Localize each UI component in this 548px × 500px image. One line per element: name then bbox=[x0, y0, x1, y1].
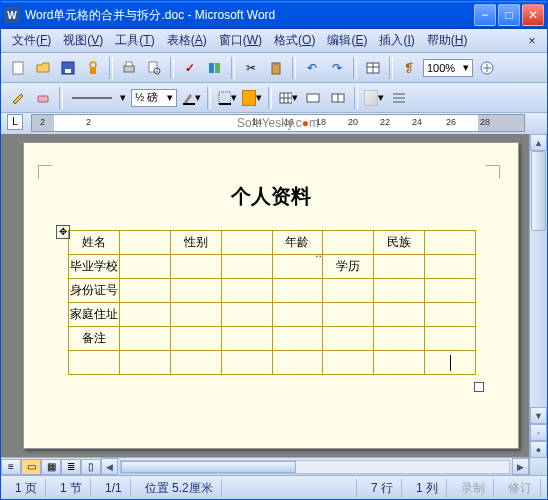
table-cell[interactable] bbox=[170, 303, 221, 327]
table-cell[interactable] bbox=[323, 327, 374, 351]
scroll-down-button[interactable]: ▼ bbox=[530, 407, 547, 424]
browse-select-button[interactable]: ● bbox=[530, 441, 547, 458]
table-cell[interactable] bbox=[69, 351, 120, 375]
table-cell[interactable] bbox=[221, 351, 272, 375]
table-row[interactable]: 备注 bbox=[69, 327, 476, 351]
table-cell[interactable] bbox=[323, 303, 374, 327]
merge-cells-button[interactable] bbox=[302, 87, 324, 109]
table-cell[interactable] bbox=[425, 327, 476, 351]
table-cell[interactable] bbox=[425, 231, 476, 255]
table-row[interactable]: 身份证号 bbox=[69, 279, 476, 303]
paste-button[interactable] bbox=[265, 57, 287, 79]
shading-button[interactable]: ▾ bbox=[241, 87, 263, 109]
print-preview-button[interactable] bbox=[143, 57, 165, 79]
line-style-button[interactable]: ▾ bbox=[68, 87, 128, 109]
table-cell[interactable] bbox=[272, 279, 323, 303]
table-cell[interactable]: 民族 bbox=[374, 231, 425, 255]
table-cell[interactable]: 学历 bbox=[323, 255, 374, 279]
table-cell[interactable] bbox=[323, 231, 374, 255]
align-button[interactable]: ▾ bbox=[363, 87, 385, 109]
table-cell[interactable] bbox=[170, 351, 221, 375]
research-button[interactable] bbox=[204, 57, 226, 79]
reading-view-button[interactable]: ▯ bbox=[81, 459, 101, 475]
print-layout-view-button[interactable]: ▭ bbox=[21, 459, 41, 475]
cut-button[interactable]: ✂ bbox=[240, 57, 262, 79]
menu-tools[interactable]: 工具(T) bbox=[110, 30, 159, 51]
menu-help[interactable]: 帮助(H) bbox=[422, 30, 473, 51]
table-cell[interactable] bbox=[119, 303, 170, 327]
table-cell[interactable] bbox=[119, 351, 170, 375]
table-cell[interactable] bbox=[170, 327, 221, 351]
table-cell[interactable] bbox=[323, 351, 374, 375]
table-row[interactable]: 姓名性别年龄民族 bbox=[69, 231, 476, 255]
close-button[interactable]: ✕ bbox=[522, 4, 544, 26]
normal-view-button[interactable]: ≡ bbox=[1, 459, 21, 475]
hscroll-thumb[interactable] bbox=[121, 461, 296, 473]
menu-view[interactable]: 视图(V) bbox=[58, 30, 108, 51]
distribute-rows-button[interactable] bbox=[388, 87, 410, 109]
table-cell[interactable] bbox=[425, 303, 476, 327]
table-cell[interactable] bbox=[323, 279, 374, 303]
split-cells-button[interactable] bbox=[327, 87, 349, 109]
outline-view-button[interactable]: ≣ bbox=[61, 459, 81, 475]
table-row[interactable]: 家庭住址 bbox=[69, 303, 476, 327]
table-cell[interactable] bbox=[170, 255, 221, 279]
table-cell[interactable] bbox=[425, 279, 476, 303]
menu-insert[interactable]: 插入(I) bbox=[374, 30, 419, 51]
horizontal-ruler[interactable]: 2 2 14 16 18 20 22 24 26 28 Soft.Yesky.c… bbox=[31, 114, 525, 132]
new-doc-button[interactable] bbox=[7, 57, 29, 79]
table-cell[interactable] bbox=[272, 255, 323, 279]
menu-file[interactable]: 文件(F) bbox=[7, 30, 56, 51]
menu-window[interactable]: 窗口(W) bbox=[214, 30, 267, 51]
read-mode-button[interactable] bbox=[476, 57, 498, 79]
table-cell[interactable] bbox=[374, 327, 425, 351]
table-row[interactable]: 毕业学校学历 bbox=[69, 255, 476, 279]
table-cell[interactable] bbox=[374, 303, 425, 327]
minimize-button[interactable]: − bbox=[474, 4, 496, 26]
browse-prev-button[interactable]: ◦ bbox=[530, 424, 547, 441]
table-cell[interactable] bbox=[374, 279, 425, 303]
show-marks-button[interactable]: ❡ bbox=[398, 57, 420, 79]
status-rec[interactable]: 录制 bbox=[453, 479, 494, 497]
menu-format[interactable]: 格式(O) bbox=[269, 30, 320, 51]
maximize-button[interactable]: □ bbox=[498, 4, 520, 26]
table-cell[interactable] bbox=[272, 327, 323, 351]
document-table[interactable]: 姓名性别年龄民族毕业学校学历身份证号家庭住址备注 bbox=[68, 230, 476, 375]
spellcheck-button[interactable]: ✓ bbox=[179, 57, 201, 79]
undo-button[interactable]: ↶ bbox=[301, 57, 323, 79]
insert-table-button[interactable] bbox=[362, 57, 384, 79]
scroll-right-button[interactable]: ▶ bbox=[512, 458, 529, 475]
menu-edit[interactable]: 编辑(E) bbox=[322, 30, 372, 51]
table-cell[interactable] bbox=[119, 279, 170, 303]
eraser-button[interactable] bbox=[32, 87, 54, 109]
menu-table[interactable]: 表格(A) bbox=[162, 30, 212, 51]
scroll-up-button[interactable]: ▲ bbox=[530, 134, 547, 151]
status-rev[interactable]: 修订 bbox=[500, 479, 541, 497]
line-weight-combo[interactable]: ½ 磅▾ bbox=[131, 89, 177, 107]
table-cell[interactable]: 姓名 bbox=[69, 231, 120, 255]
borders-button[interactable]: ▾ bbox=[216, 87, 238, 109]
table-cell[interactable]: 性别 bbox=[170, 231, 221, 255]
table-cell[interactable] bbox=[119, 255, 170, 279]
table-cell[interactable] bbox=[170, 279, 221, 303]
menu-close-doc[interactable]: × bbox=[523, 34, 541, 48]
vertical-scrollbar[interactable]: ▲ ▼ ◦ ● ◦ bbox=[529, 134, 547, 475]
insert-table-button-2[interactable]: ▾ bbox=[277, 87, 299, 109]
table-cell[interactable]: 毕业学校 bbox=[69, 255, 120, 279]
print-button[interactable] bbox=[118, 57, 140, 79]
save-button[interactable] bbox=[57, 57, 79, 79]
document-page[interactable]: 个人资料 ✥ ↔ 姓名性别年龄民族毕业学校学历身份证号家庭住址备注 bbox=[23, 142, 519, 449]
open-button[interactable] bbox=[32, 57, 54, 79]
table-cell[interactable] bbox=[272, 303, 323, 327]
table-cell[interactable] bbox=[119, 327, 170, 351]
table-cell[interactable] bbox=[221, 327, 272, 351]
permissions-button[interactable] bbox=[82, 57, 104, 79]
table-resize-handle[interactable] bbox=[474, 382, 484, 392]
web-layout-view-button[interactable]: ▦ bbox=[41, 459, 61, 475]
hscroll-track[interactable] bbox=[120, 460, 510, 474]
table-cell[interactable] bbox=[221, 231, 272, 255]
table-cell[interactable] bbox=[374, 255, 425, 279]
table-cell[interactable] bbox=[425, 255, 476, 279]
scroll-left-button[interactable]: ◀ bbox=[101, 458, 118, 475]
table-cell[interactable] bbox=[425, 351, 476, 375]
